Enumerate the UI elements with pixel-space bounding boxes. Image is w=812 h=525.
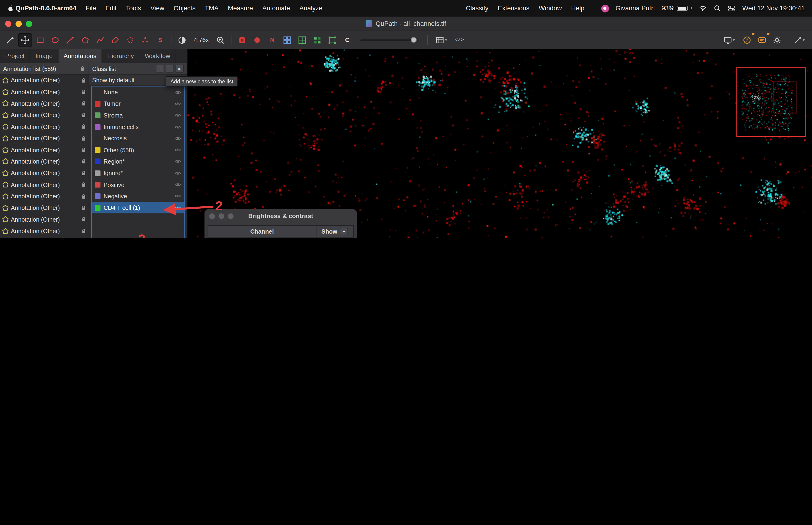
visibility-eye-icon[interactable]	[174, 89, 181, 96]
dialog-close-button[interactable]	[209, 213, 215, 219]
visibility-eye-icon[interactable]	[174, 124, 181, 131]
annotation-list-item[interactable]: Annotation (Other)	[0, 214, 89, 225]
polygon-tool-icon[interactable]	[78, 33, 92, 47]
visibility-eye-icon[interactable]	[174, 147, 181, 153]
pen-tool-icon[interactable]	[3, 33, 17, 47]
annotation-list-item[interactable]: Annotation (Other)	[0, 109, 89, 121]
measure-tool-icon[interactable]: ▾	[789, 33, 809, 47]
ellipse-tool-icon[interactable]	[48, 33, 62, 47]
menu-file[interactable]: File	[86, 5, 96, 12]
class-item-stroma[interactable]: Stroma	[92, 109, 184, 121]
help-icon[interactable]: ?	[740, 33, 754, 47]
menu-window[interactable]: Window	[539, 5, 562, 12]
show-tma-grid-icon[interactable]	[280, 33, 294, 47]
wand-tool-icon[interactable]	[123, 33, 137, 47]
annotation-list-item[interactable]: Annotation (Other)	[0, 202, 89, 214]
lock-icon[interactable]	[81, 124, 87, 130]
control-center-icon[interactable]	[727, 5, 735, 12]
class-item-positive[interactable]: Positive	[92, 179, 184, 190]
fill-detections-icon[interactable]	[310, 33, 324, 47]
measurement-table-icon[interactable]: ▾	[432, 33, 451, 47]
brightness-contrast-dialog[interactable]: Brightness & contrast Channel Show − aSM…	[204, 209, 357, 238]
wifi-icon[interactable]	[699, 5, 707, 12]
tab-image[interactable]: Image	[30, 49, 59, 62]
menu-qupath-0-6-0-arm64[interactable]: QuPath-0.6.0-arm64	[16, 5, 76, 12]
lock-icon[interactable]	[81, 77, 87, 83]
user-menu[interactable]: Givanna Putri	[616, 5, 655, 12]
menu-edit[interactable]: Edit	[106, 5, 117, 12]
tab-annotations[interactable]: Annotations	[58, 49, 102, 62]
remove-class-button[interactable]: −	[166, 65, 174, 73]
lock-icon[interactable]	[81, 159, 87, 164]
class-item-tumor[interactable]: Tumor	[92, 98, 184, 109]
class-item-cd4-t-cell-1-[interactable]: CD4 T cell (1)	[92, 202, 184, 214]
annotation-list-item[interactable]: Annotation (Other)	[0, 179, 89, 191]
menu-extensions[interactable]: Extensions	[498, 5, 530, 12]
tab-workflow[interactable]: Workflow	[140, 49, 176, 62]
menu-tools[interactable]: Tools	[126, 5, 141, 12]
annotation-list-item[interactable]: Annotation (Other)	[0, 156, 89, 167]
menu-objects[interactable]: Objects	[174, 5, 196, 12]
tab-hierarchy[interactable]: Hierarchy	[102, 49, 139, 62]
dialog-zoom-button[interactable]	[228, 213, 233, 219]
lock-icon[interactable]	[81, 112, 87, 118]
menu-automate[interactable]: Automate	[262, 5, 290, 12]
zoom-to-fit-icon[interactable]	[214, 33, 228, 47]
apple-icon[interactable]	[7, 4, 15, 12]
channel-row-asma-tif-c1-[interactable]: aSMA.tif (C1)	[208, 237, 353, 238]
opacity-slider-thumb[interactable]	[411, 37, 417, 43]
fill-annotations-icon[interactable]	[250, 33, 264, 47]
lock-icon[interactable]	[81, 205, 87, 211]
lock-icon[interactable]	[81, 228, 87, 234]
lock-icon[interactable]	[81, 170, 87, 176]
line-tool-icon[interactable]	[63, 33, 77, 47]
class-item-negative[interactable]: Negative	[92, 190, 184, 202]
annotation-list-item[interactable]: Annotation (Other)	[0, 144, 89, 155]
selection-mode-icon[interactable]: S	[153, 33, 167, 47]
rectangle-tool-icon[interactable]	[33, 33, 47, 47]
recording-indicator-icon[interactable]	[601, 4, 609, 12]
lock-icon[interactable]	[81, 193, 87, 199]
window-title-bar[interactable]: QuPath - all_channels.tif	[0, 17, 812, 31]
annotation-list-item[interactable]: Annotation (Other)	[0, 75, 89, 86]
classification-letter-icon[interactable]: C	[340, 33, 354, 47]
visibility-eye-icon[interactable]	[174, 100, 181, 107]
dialog-title-bar[interactable]: Brightness & contrast	[205, 209, 357, 223]
expand-class-button[interactable]: ▸	[175, 65, 184, 73]
show-annotations-icon[interactable]	[235, 33, 249, 47]
points-tool-icon[interactable]	[138, 33, 152, 47]
show-names-icon[interactable]: N	[265, 33, 279, 47]
visibility-eye-icon[interactable]	[174, 112, 181, 119]
class-item-necrosis[interactable]: Necrosis	[92, 133, 184, 144]
lock-icon[interactable]	[81, 89, 87, 95]
annotation-list-item[interactable]: Annotation (Other)	[0, 225, 89, 237]
class-item-region-[interactable]: Region*	[92, 156, 184, 167]
spotlight-search-icon[interactable]	[714, 5, 721, 12]
menu-classify[interactable]: Classify	[466, 5, 488, 12]
brush-tool-icon[interactable]	[108, 33, 122, 47]
class-item-other-558-[interactable]: Other (558)	[92, 144, 184, 156]
preferences-gear-icon[interactable]	[770, 33, 784, 47]
annotation-list-item[interactable]: Annotation (Other)	[0, 121, 89, 133]
channel-column-header[interactable]: Channel	[208, 226, 316, 237]
show-detections-icon[interactable]	[295, 33, 309, 47]
menu-tma[interactable]: TMA	[205, 5, 218, 12]
move-tool-icon[interactable]	[18, 33, 32, 47]
menu-view[interactable]: View	[150, 5, 164, 12]
lock-icon[interactable]	[81, 101, 87, 106]
lock-icon[interactable]	[81, 147, 87, 153]
annotation-list-item[interactable]: Annotation (Other)	[0, 237, 89, 238]
tab-project[interactable]: Project	[0, 49, 30, 62]
menu-help[interactable]: Help	[571, 5, 585, 12]
visibility-eye-icon[interactable]	[174, 181, 181, 188]
collapse-show-column-button[interactable]: −	[340, 228, 348, 235]
visibility-eye-icon[interactable]	[174, 193, 181, 200]
battery-indicator[interactable]: 93%	[661, 5, 692, 12]
polyline-tool-icon[interactable]	[93, 33, 107, 47]
annotation-list-item[interactable]: Annotation (Other)	[0, 191, 89, 202]
annotation-list-item[interactable]: Annotation (Other)	[0, 98, 89, 109]
display-settings-icon[interactable]: ▾	[719, 33, 739, 47]
command-list-icon[interactable]	[755, 33, 769, 47]
zoom-level[interactable]: 4.76x	[190, 36, 213, 44]
add-class-button[interactable]: +	[156, 65, 164, 73]
